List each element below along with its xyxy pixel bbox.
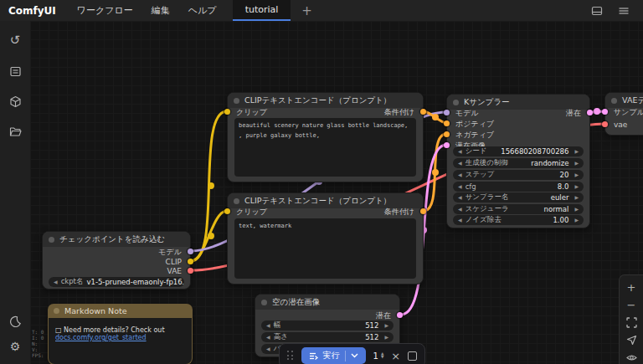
workflows-button[interactable]	[0, 119, 30, 144]
widget-control-after-generate[interactable]: ◀ 生成後の制御 randomize ▶	[453, 158, 584, 168]
node-clip-text-encode-positive[interactable]: CLIPテキストエンコード（プロンプト） クリップ 条件付け beautiful…	[227, 92, 424, 182]
decrement-arrow-icon[interactable]: ◀	[266, 335, 270, 340]
widget-width[interactable]: ◀ 幅 512 ▶	[261, 320, 394, 331]
hamburger-menu-icon[interactable]	[618, 5, 630, 17]
collapse-dot-icon[interactable]	[49, 237, 54, 243]
collapse-dot-icon[interactable]	[234, 198, 239, 204]
chevron-down-icon[interactable]	[351, 353, 358, 358]
stop-button[interactable]	[408, 351, 417, 361]
run-button[interactable]: 実行	[301, 347, 366, 364]
increment-arrow-icon[interactable]: ▶	[574, 184, 579, 189]
panel-layout-icon[interactable]	[591, 5, 603, 17]
increment-arrow-icon[interactable]: ▶	[574, 207, 579, 212]
collapse-dot-icon[interactable]	[611, 98, 617, 104]
node-title-bar[interactable]: CLIPテキストエンコード（プロンプト）	[228, 93, 423, 108]
menu-help[interactable]: ヘルプ	[179, 0, 226, 21]
widget-ckpt-name[interactable]: ◀ ckpt名 v1-5-pruned-emaonly-fp16.safete.…	[49, 277, 184, 287]
widget-seed[interactable]: ◀ シード 156680208700286 ▶	[453, 146, 584, 156]
cube-icon	[9, 95, 22, 108]
widget-steps[interactable]: ◀ ステップ 20 ▶	[453, 170, 584, 180]
toggle-visibility-button[interactable]	[625, 352, 638, 364]
decrement-arrow-icon[interactable]: ◀	[266, 346, 270, 351]
theme-toggle-button[interactable]	[0, 309, 30, 334]
input-slot-clip-dot[interactable]	[224, 109, 230, 115]
pan-mode-button[interactable]	[625, 335, 638, 346]
widget-denoise[interactable]: ◀ ノイズ除去 1.00 ▶	[453, 215, 584, 225]
clear-queue-button[interactable]: ×	[391, 351, 400, 361]
decrement-arrow-icon[interactable]: ◀	[458, 184, 462, 189]
decrement-arrow-icon[interactable]: ◀	[266, 323, 270, 328]
decrement-arrow-icon[interactable]: ◀	[458, 149, 462, 154]
increment-arrow-icon[interactable]: ▶	[384, 323, 388, 328]
collapse-dot-icon[interactable]	[453, 100, 459, 105]
settings-button[interactable]: ⚙	[0, 334, 30, 359]
node-ksampler[interactable]: Kサンプラー モデル ポジティブ ネガティブ 潜在画像 潜在 ◀ シード 156…	[446, 94, 590, 228]
run-button-label: 実行	[323, 350, 340, 361]
input-slot-latent-image-dot[interactable]	[444, 142, 450, 148]
input-slot-negative-dot[interactable]	[444, 131, 450, 137]
menu-workflow[interactable]: ワークフロー	[68, 0, 142, 21]
widget-sampler-name[interactable]: ◀ サンプラー名 euler ▶	[453, 192, 584, 203]
canvas-controls-toolbar: + −	[619, 274, 643, 364]
output-slot-latent-dot[interactable]	[397, 312, 403, 318]
decrement-arrow-icon[interactable]: ◀	[458, 207, 462, 212]
node-load-checkpoint[interactable]: チェックポイントを読み込む モデル CLIP VAE ◀ ckpt名 v1-5-…	[42, 231, 191, 290]
tab-tutorial[interactable]: tutorial	[233, 0, 291, 21]
run-button-divider	[345, 351, 346, 361]
increment-arrow-icon[interactable]: ▶	[574, 218, 579, 223]
output-slot-model-dot[interactable]	[188, 249, 193, 254]
count-spinner[interactable]: ▲ ▼	[381, 352, 383, 359]
queue-panel-button[interactable]	[0, 59, 30, 84]
output-slot-vae-dot[interactable]	[188, 268, 193, 274]
fit-view-button[interactable]	[625, 316, 638, 328]
decrement-arrow-icon[interactable]: ◀	[458, 218, 462, 223]
collapse-dot-icon[interactable]	[54, 308, 59, 314]
node-title-bar[interactable]: CLIPテキストエンコード（プロンプト）	[228, 193, 423, 208]
widget-height[interactable]: ◀ 高さ 512 ▶	[261, 332, 394, 342]
note-link[interactable]: docs.comfy.org/get_started	[55, 334, 147, 341]
output-slot-clip-dot[interactable]	[188, 259, 193, 264]
widget-scheduler[interactable]: ◀ スケジューラ normal ▶	[453, 204, 584, 214]
increment-arrow-icon[interactable]: ▶	[384, 335, 388, 340]
increment-arrow-icon[interactable]: ▶	[574, 195, 579, 200]
menu-edit[interactable]: 編集	[142, 0, 179, 21]
node-title-bar[interactable]: 空の潜在画像	[255, 295, 399, 310]
zoom-out-button[interactable]: −	[625, 299, 638, 310]
collapse-dot-icon[interactable]	[261, 300, 267, 305]
app-logo[interactable]: ComfyUI	[0, 0, 68, 21]
spin-down-icon[interactable]: ▼	[381, 356, 383, 359]
topbar-right-icons	[591, 0, 643, 21]
output-slot-conditioning-dot[interactable]	[420, 208, 426, 214]
node-markdown-note[interactable]: Markdown Note □ Need more details? Check…	[48, 304, 193, 364]
decrement-arrow-icon[interactable]: ◀	[54, 279, 58, 285]
output-slot-latent-dot[interactable]	[587, 110, 593, 115]
new-tab-button[interactable]: +	[291, 0, 323, 21]
output-slot-conditioning-dot[interactable]	[420, 109, 426, 115]
decrement-arrow-icon[interactable]: ◀	[458, 161, 462, 166]
node-clip-text-encode-negative[interactable]: CLIPテキストエンコード（プロンプト） クリップ 条件付け text, wat…	[227, 192, 424, 285]
history-button[interactable]: ↺	[0, 28, 30, 53]
node-title-bar[interactable]: VAEデコード	[605, 93, 643, 108]
prompt-textarea[interactable]: text, watermark	[234, 218, 416, 279]
input-slot-clip-dot[interactable]	[224, 208, 230, 214]
batch-count-stepper[interactable]: 1 ▲ ▼	[373, 351, 384, 361]
widget-cfg[interactable]: ◀ cfg 8.0 ▶	[453, 182, 584, 192]
decrement-arrow-icon[interactable]: ◀	[458, 195, 462, 200]
increment-arrow-icon[interactable]: ▶	[574, 161, 579, 166]
input-slot-positive-dot[interactable]	[444, 120, 450, 126]
increment-arrow-icon[interactable]: ▶	[574, 149, 579, 154]
input-slot-model-dot[interactable]	[444, 110, 450, 115]
model-library-button[interactable]	[0, 89, 30, 114]
increment-arrow-icon[interactable]: ▶	[574, 172, 579, 177]
node-title-bar[interactable]: Markdown Note	[48, 304, 193, 318]
zoom-in-button[interactable]: +	[625, 281, 638, 293]
drag-handle-icon[interactable]	[287, 351, 294, 361]
node-title-bar[interactable]: チェックポイントを読み込む	[43, 232, 190, 247]
prompt-textarea[interactable]: beautiful scenery nature glass bottle la…	[234, 118, 416, 177]
decrement-arrow-icon[interactable]: ◀	[458, 172, 462, 177]
node-vae-decode[interactable]: VAEデコード サンプル vae	[604, 92, 643, 136]
collapse-dot-icon[interactable]	[234, 98, 239, 104]
input-slot-vae-dot[interactable]	[602, 121, 608, 127]
input-slot-samples-dot[interactable]	[602, 109, 608, 115]
node-title-bar[interactable]: Kサンプラー	[447, 95, 589, 110]
